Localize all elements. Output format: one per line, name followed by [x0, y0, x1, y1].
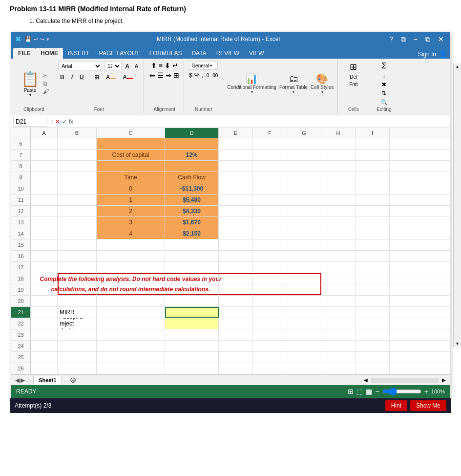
font-family-select[interactable]: Arial	[58, 62, 102, 70]
tab-insert[interactable]: INSERT	[63, 48, 94, 59]
cell-b23[interactable]	[58, 329, 97, 340]
cell-i18[interactable]	[356, 273, 390, 284]
cell-e8[interactable]	[219, 161, 253, 172]
align-bottom-btn[interactable]: ⬇	[165, 62, 170, 69]
cell-b10[interactable]	[58, 183, 97, 194]
cell-a16[interactable]	[31, 251, 58, 261]
cell-d7[interactable]: 12%	[165, 150, 219, 160]
cell-e17[interactable]	[219, 262, 253, 273]
cell-a15[interactable]	[31, 239, 58, 250]
sheet-nav-ellipsis-right[interactable]: ...	[63, 377, 68, 383]
cell-e18[interactable]	[219, 273, 253, 284]
cell-a26[interactable]	[31, 363, 58, 374]
cell-i6[interactable]	[356, 138, 390, 149]
cell-c6[interactable]	[97, 138, 165, 149]
font-color-button[interactable]: A	[121, 73, 135, 81]
cell-f24[interactable]	[253, 341, 287, 351]
cell-i20[interactable]	[356, 296, 390, 306]
name-box[interactable]	[13, 117, 47, 127]
cell-e23[interactable]	[219, 329, 253, 340]
cell-i25[interactable]	[356, 352, 390, 363]
cell-c15[interactable]	[97, 239, 165, 250]
col-header-a[interactable]: A	[31, 128, 58, 138]
cell-d15[interactable]	[165, 239, 219, 250]
cell-a10[interactable]	[31, 183, 58, 194]
cell-g8[interactable]	[287, 161, 321, 172]
maximize-btn[interactable]: ⧉	[423, 35, 432, 43]
close-btn[interactable]: ✕	[436, 35, 446, 43]
zoom-slider[interactable]	[382, 388, 421, 395]
undo-icon[interactable]: ↩	[34, 36, 38, 43]
zoom-minus-btn[interactable]: −	[375, 388, 379, 395]
cell-f14[interactable]	[253, 228, 287, 239]
cell-i24[interactable]	[356, 341, 390, 351]
cell-a14[interactable]	[31, 228, 58, 239]
cell-g10[interactable]	[287, 183, 321, 194]
cell-d17[interactable]	[165, 262, 219, 273]
formula-input[interactable]	[75, 117, 448, 126]
cell-f22[interactable]	[253, 318, 287, 329]
decrease-decimal-btn[interactable]: .00	[211, 73, 218, 78]
cell-e6[interactable]	[219, 138, 253, 149]
cell-b16[interactable]	[58, 251, 97, 261]
cell-g24[interactable]	[287, 341, 321, 351]
fill-color-button[interactable]: A	[104, 73, 118, 81]
cell-f13[interactable]	[253, 217, 287, 228]
cancel-formula-icon[interactable]: ✕	[55, 118, 60, 125]
delete-cells-btn[interactable]: Del	[350, 74, 357, 80]
cell-i21[interactable]	[356, 307, 390, 318]
cell-g14[interactable]	[287, 228, 321, 239]
cell-e12[interactable]	[219, 206, 253, 216]
cell-f17[interactable]	[253, 262, 287, 273]
cell-d24[interactable]	[165, 341, 219, 351]
cell-h20[interactable]	[321, 296, 356, 306]
align-top-btn[interactable]: ⬆	[151, 62, 157, 69]
sheet-nav-prev[interactable]: ◀	[15, 377, 20, 384]
cell-d13[interactable]: $1,670	[165, 217, 219, 228]
increase-font-btn[interactable]: A	[124, 62, 131, 70]
decrease-font-btn[interactable]: A	[133, 63, 140, 69]
cell-i12[interactable]	[356, 206, 390, 216]
cell-c18[interactable]: Complete the following analysis. Do not …	[97, 273, 165, 284]
cell-f19[interactable]	[253, 284, 287, 295]
cell-b25[interactable]	[58, 352, 97, 363]
cell-c13[interactable]: 3	[97, 217, 165, 228]
cell-c22[interactable]	[97, 318, 165, 329]
cell-g22[interactable]	[287, 318, 321, 329]
cell-a6[interactable]	[31, 138, 58, 149]
cell-a7[interactable]	[31, 150, 58, 160]
cell-a22[interactable]	[31, 318, 58, 329]
cell-f21[interactable]	[253, 307, 287, 318]
col-header-c[interactable]: C	[97, 128, 165, 138]
cell-e19[interactable]	[219, 284, 253, 295]
cell-b7[interactable]	[58, 150, 97, 160]
cell-g12[interactable]	[287, 206, 321, 216]
cell-h17[interactable]	[321, 262, 356, 273]
sheet-tab-sheet1[interactable]: Sheet1	[33, 376, 62, 385]
clear-btn[interactable]: ✖	[381, 81, 386, 88]
wrap-text-btn[interactable]: ↵	[172, 62, 178, 69]
tab-page-layout[interactable]: PAGE LAYOUT	[94, 48, 145, 59]
minimize-btn[interactable]: −	[412, 35, 419, 43]
confirm-formula-icon[interactable]: ✓	[62, 118, 67, 125]
cell-d12[interactable]: $4,330	[165, 206, 219, 216]
cell-g18[interactable]	[287, 273, 321, 284]
cell-g19[interactable]	[287, 284, 321, 295]
cell-f11[interactable]	[253, 195, 287, 205]
insert-function-icon[interactable]: fx	[69, 118, 73, 125]
cell-e13[interactable]	[219, 217, 253, 228]
cell-c7[interactable]: Cost of capital	[97, 150, 165, 160]
cell-d8[interactable]	[165, 161, 219, 172]
cell-b15[interactable]	[58, 239, 97, 250]
cell-h21[interactable]	[321, 307, 356, 318]
cell-f8[interactable]	[253, 161, 287, 172]
align-left-btn[interactable]: ⬅	[149, 71, 155, 79]
align-right-btn[interactable]: ➡	[166, 71, 171, 79]
cell-f10[interactable]	[253, 183, 287, 194]
cell-g7[interactable]	[287, 150, 321, 160]
cell-f15[interactable]	[253, 239, 287, 250]
cell-c23[interactable]	[97, 329, 165, 340]
cell-f6[interactable]	[253, 138, 287, 149]
cell-g15[interactable]	[287, 239, 321, 250]
cell-g26[interactable]	[287, 363, 321, 374]
